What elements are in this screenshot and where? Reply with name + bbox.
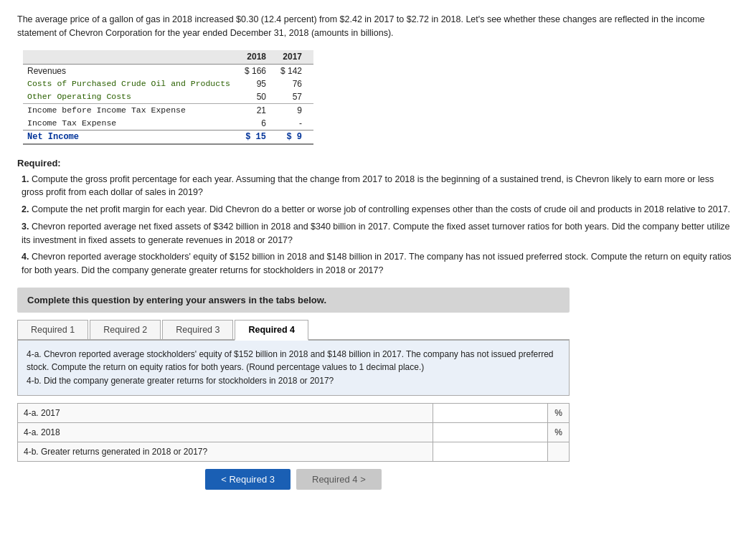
tab-content-4b: 4-b. Did the company generate greater re… [27,376,334,386]
financial-val-2017: 9 [278,103,313,117]
intro-paragraph: The average price of a gallon of gas in … [17,13,734,40]
required-title: Required: [17,158,734,169]
financial-val-2018: $ 166 [242,64,278,77]
required-item: 3. Chevron reported average net fixed as… [22,220,734,247]
answer-label: 4-a. 2018 [18,422,433,442]
answer-unit-empty [548,442,570,461]
financial-val-2018: $ 15 [242,130,278,144]
nav-buttons: < Required 3 Required 4 > [17,469,570,490]
financial-val-2017: $ 9 [278,130,313,144]
prev-button[interactable]: < Required 3 [205,469,291,490]
financial-row-label: Other Operating Costs [23,90,242,104]
answer-row: 4-b. Greater returns generated in 2018 o… [18,442,570,461]
req-num: 4. [22,252,29,262]
tab-req2[interactable]: Required 2 [90,320,161,339]
required-item: 4. Chevron reported average stockholders… [22,250,734,277]
financial-row-label: Income Tax Expense [23,117,242,130]
financial-row-label: Income before Income Tax Expense [23,103,242,117]
required-item: 2. Compute the net profit margin for eac… [22,203,734,217]
answer-row: 4-a. 2017% [18,403,570,422]
tab-content-4a: 4-a. Chevron reported average stockholde… [27,349,554,373]
tabs-container: Required 1Required 2Required 3Required 4 [17,320,570,341]
tab-req1[interactable]: Required 1 [17,320,88,339]
col-header-2017: 2017 [278,50,313,65]
answer-input-cell[interactable] [433,422,548,442]
answer-input-cell[interactable] [433,442,548,461]
financial-val-2018: 95 [242,77,278,90]
financial-val-2018: 6 [242,117,278,130]
financial-val-2017: 76 [278,77,313,90]
required-item: 1. Compute the gross profit percentage f… [22,173,734,200]
financial-val-2018: 50 [242,90,278,104]
req-num: 2. [22,204,29,214]
answer-label: 4-a. 2017 [18,403,433,422]
financial-row-label: Revenues [23,64,242,77]
answer-table: 4-a. 2017%4-a. 2018%4-b. Greater returns… [17,403,570,462]
complete-box: Complete this question by entering your … [17,288,570,313]
col-header-2018: 2018 [242,50,278,65]
tab-req3[interactable]: Required 3 [162,320,233,339]
answer-input[interactable] [439,407,542,419]
answer-label: 4-b. Greater returns generated in 2018 o… [18,442,433,461]
answer-input-cell[interactable] [433,403,548,422]
answer-input[interactable] [439,445,542,458]
req-num: 3. [22,222,29,232]
financial-val-2017: $ 142 [278,64,313,77]
tab-content-area: 4-a. Chevron reported average stockholde… [17,341,570,396]
financial-table: 2018 2017 Revenues$ 166$ 142Costs of Pur… [23,50,313,145]
answer-input[interactable] [439,426,542,439]
req-num: 1. [22,174,29,184]
tab-req4[interactable]: Required 4 [235,320,308,341]
financial-val-2017: - [278,117,313,130]
financial-row-label: Net Income [23,130,242,144]
answer-unit: % [548,422,570,442]
financial-val-2017: 57 [278,90,313,104]
financial-val-2018: 21 [242,103,278,117]
answer-row: 4-a. 2018% [18,422,570,442]
required-section: Required: 1. Compute the gross profit pe… [17,158,734,277]
answer-unit: % [548,403,570,422]
next-button[interactable]: Required 4 > [296,469,382,490]
financial-row-label: Costs of Purchased Crude Oil and Product… [23,77,242,90]
